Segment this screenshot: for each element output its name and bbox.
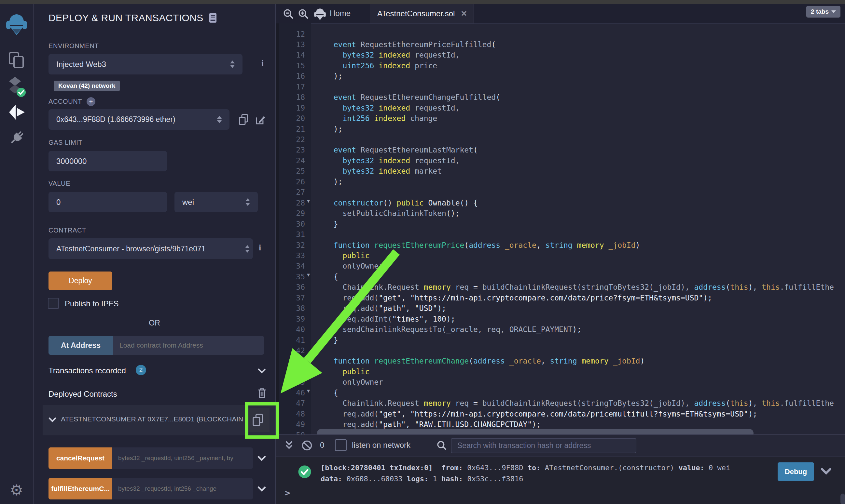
code-line: 42 (276, 345, 845, 356)
fold-arrow-icon[interactable]: ▼ (307, 198, 310, 204)
function-button-0[interactable]: cancelRequest (49, 447, 112, 469)
sidebar-item-solidity-compiler[interactable] (0, 76, 33, 97)
publish-ipfs-checkbox[interactable] (48, 298, 59, 309)
deploy-run-panel: DEPLOY & RUN TRANSACTIONS ENVIRONMENT In… (34, 4, 276, 504)
function-expand-icon[interactable] (257, 455, 266, 461)
code-line: 26 ); (276, 176, 845, 187)
environment-label: ENVIRONMENT (49, 42, 99, 50)
terminal-panel: 0 listen on network [block:20780401 txIn… (276, 434, 845, 504)
fold-arrow-icon[interactable]: ▼ (307, 272, 310, 278)
account-select[interactable]: 0x643...9F88D (1.666673996 ether) (49, 109, 229, 130)
code-line: 35▼ { (276, 271, 845, 282)
tab-active-file[interactable]: ATestnetConsumer.sol ✕ (370, 4, 474, 23)
deploy-run-icon (8, 104, 25, 120)
remix-logo[interactable] (0, 13, 33, 36)
function-expand-icon[interactable] (257, 486, 266, 492)
terminal-prompt[interactable]: > (285, 488, 290, 498)
line-number: 49 (276, 420, 305, 429)
zoom-out-icon[interactable] (283, 8, 294, 19)
line-number: 21 (276, 125, 305, 133)
gas-limit-label: GAS LIMIT (49, 139, 82, 146)
code-line: 19 bytes32 indexed requestId, (276, 103, 845, 113)
clear-console-ban-icon[interactable] (301, 439, 313, 451)
pending-tx-count: 0 (320, 440, 324, 450)
solidity-compiler-icon (7, 76, 26, 97)
documentation-icon[interactable] (209, 13, 217, 23)
code-line: 29 setPublicChainlinkToken(); (276, 208, 845, 219)
sidebar-item-file-explorer[interactable] (0, 51, 33, 69)
line-number: 22 (276, 135, 305, 144)
at-address-input[interactable] (113, 336, 264, 355)
line-number: 34 (276, 262, 305, 270)
tx-log-line-2[interactable]: data: 0x608...60033 logs: 1 hash: 0x53c.… (321, 475, 523, 483)
line-number: 31 (276, 230, 305, 239)
code-area[interactable]: 1213 event RequestEthereumPriceFulfilled… (276, 23, 845, 434)
value-label: VALUE (49, 180, 70, 187)
fold-arrow-icon[interactable]: ▼ (307, 388, 310, 394)
add-account-icon[interactable]: + (87, 97, 96, 106)
edit-account-icon[interactable] (255, 114, 266, 126)
line-number: 33 (276, 251, 305, 260)
line-number: 39 (276, 315, 305, 323)
tx-expand-icon[interactable] (821, 468, 832, 475)
line-number: 44 (276, 367, 305, 376)
terminal-search-input[interactable] (451, 438, 636, 453)
remix-ide-window: ⚙ DEPLOY & RUN TRANSACTIONS ENVIRONMENT … (0, 0, 845, 504)
deployed-contract-item[interactable]: ATESTNETCONSUMER AT 0X7E7...E80D1 (BLOCK… (42, 405, 275, 435)
line-number: 13 (276, 40, 305, 49)
home-remix-icon[interactable] (313, 8, 326, 21)
clear-deployed-trash-icon[interactable] (257, 388, 266, 399)
line-number: 15 (276, 61, 305, 70)
gas-limit-input[interactable] (49, 151, 167, 172)
copy-account-icon[interactable] (239, 114, 248, 126)
tab-close-icon[interactable]: ✕ (461, 9, 467, 18)
line-number: 50 (276, 431, 305, 434)
contract-expand-icon[interactable] (49, 417, 56, 422)
horizontal-scrollbar[interactable] (317, 429, 754, 434)
line-number: 28 (276, 199, 305, 207)
contract-select[interactable]: ATestnetConsumer - browser/gists/9b71e07… (49, 238, 253, 259)
tab-home[interactable]: Home (330, 9, 350, 18)
code-line: 31 (276, 229, 845, 240)
deployed-contract-title: ATESTNETCONSUMER AT 0X7E7...E80D1 (BLOCK… (61, 415, 243, 423)
deploy-button[interactable]: Deploy (49, 271, 112, 290)
value-input[interactable] (49, 192, 167, 212)
code-line: 37 req.add("get", "https://min-api.crypt… (276, 292, 845, 303)
publish-ipfs-label: Publish to IPFS (65, 299, 119, 308)
debug-button[interactable]: Debug (778, 462, 814, 481)
tab-filename: ATestnetConsumer.sol (377, 9, 455, 18)
annotation-highlight-box (245, 402, 279, 439)
line-number: 37 (276, 294, 305, 302)
code-line: 14 bytes32 indexed requestId, (276, 50, 845, 60)
code-line: 27 (276, 187, 845, 198)
code-line: 23 event RequestEthereumLastMarket( (276, 145, 845, 156)
contract-info-icon[interactable]: i (259, 243, 261, 253)
code-line: 40 sendChainlinkRequestTo(_oracle, req, … (276, 324, 845, 335)
tx-log-line-1[interactable]: [block:20780401 txIndex:0] from: 0x643..… (321, 464, 730, 472)
tabs-count-dropdown[interactable]: 2 tabs (806, 6, 841, 18)
value-unit: wei (182, 198, 194, 207)
terminal-scrollbar-nub[interactable] (841, 493, 845, 504)
sidebar-item-deploy-run[interactable] (0, 104, 33, 120)
contract-label: CONTRACT (49, 227, 86, 234)
value-unit-select[interactable]: wei (174, 192, 258, 212)
transactions-collapse-icon[interactable] (257, 368, 266, 374)
function-button-1[interactable]: fulfillEthereumC... (49, 478, 112, 500)
expand-terminal-icon[interactable] (285, 440, 293, 451)
line-number: 40 (276, 325, 305, 334)
listen-network-checkbox[interactable] (335, 439, 347, 451)
line-number: 47 (276, 399, 305, 408)
function-params-input-0[interactable] (112, 447, 253, 469)
zoom-in-icon[interactable] (298, 8, 309, 19)
environment-select[interactable]: Injected Web3 (49, 54, 242, 74)
transactions-recorded-label: Transactions recorded (49, 366, 126, 375)
at-address-button[interactable]: At Address (49, 336, 113, 355)
function-params-input-1[interactable] (112, 478, 253, 500)
environment-info-icon[interactable]: i (261, 58, 264, 68)
panel-title-row: DEPLOY & RUN TRANSACTIONS (49, 12, 217, 23)
sidebar-item-plugin-manager[interactable] (0, 129, 33, 146)
settings-gear-icon[interactable]: ⚙ (0, 481, 33, 499)
account-label: ACCOUNT (49, 98, 82, 105)
line-number: 32 (276, 241, 305, 249)
listen-network-label: listen on network (352, 440, 411, 450)
